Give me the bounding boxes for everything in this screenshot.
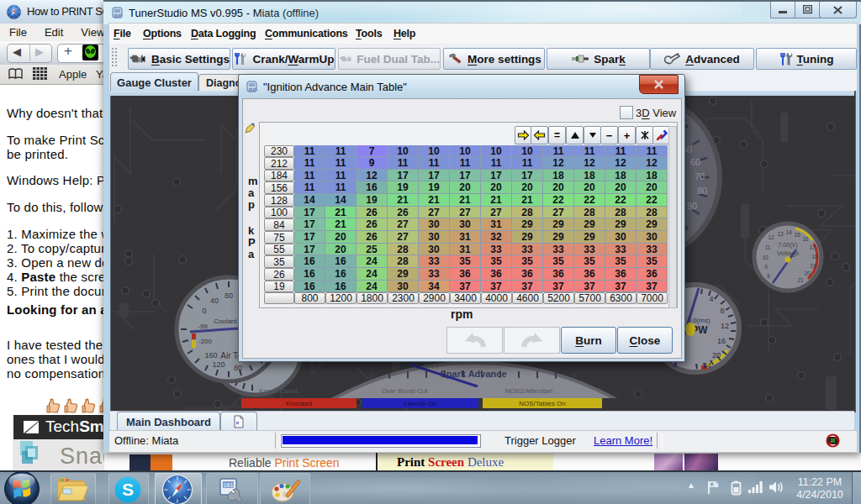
svg-text:21: 21	[797, 277, 804, 283]
svg-text:160: 160	[204, 351, 217, 360]
svg-text:120: 120	[212, 360, 224, 369]
svg-text:80: 80	[224, 291, 233, 300]
svg-text:-99: -99	[198, 323, 208, 330]
svg-text:70: 70	[695, 171, 705, 181]
svg-text:7.00(V): 7.00(V)	[779, 242, 798, 249]
svg-text:50: 50	[547, 363, 557, 372]
svg-text:20: 20	[712, 351, 721, 360]
svg-text:24: 24	[703, 361, 711, 370]
svg-text:Launch On: Launch On	[404, 400, 436, 407]
svg-text:12: 12	[721, 322, 729, 330]
svg-text:17: 17	[809, 244, 816, 250]
svg-text:8: 8	[767, 273, 770, 279]
svg-text:80: 80	[234, 364, 242, 372]
svg-text:60: 60	[690, 157, 700, 167]
svg-text:14: 14	[785, 229, 792, 235]
svg-text:16: 16	[802, 236, 809, 242]
svg-text:10(*): 10(*)	[424, 361, 439, 369]
svg-text:Knock Count: Knock Count	[259, 387, 298, 395]
svg-text:16: 16	[717, 337, 726, 345]
svg-text:90: 90	[687, 201, 697, 211]
svg-text:10: 10	[762, 255, 769, 260]
svg-text:4: 4	[709, 295, 713, 303]
svg-text:-200: -200	[198, 338, 213, 345]
svg-text:101: 101	[224, 483, 234, 489]
svg-text:8: 8	[720, 307, 724, 315]
svg-text:NOS/Tables On: NOS/Tables On	[519, 400, 566, 407]
svg-text:12: 12	[768, 234, 774, 240]
svg-text:80: 80	[697, 186, 707, 196]
svg-text:18: 18	[811, 254, 818, 260]
svg-text:40: 40	[210, 297, 219, 305]
svg-text:NOS2/Afterstart: NOS2/Afterstart	[505, 387, 553, 395]
svg-text:11: 11	[765, 244, 771, 250]
svg-text:9: 9	[764, 264, 768, 270]
svg-text:Over Boost Cut: Over Boost Cut	[382, 387, 428, 395]
svg-text:15: 15	[794, 232, 800, 238]
svg-text:20: 20	[804, 270, 811, 276]
svg-text:Knocked: Knocked	[286, 400, 312, 407]
svg-text:Coolant: Coolant	[214, 318, 237, 325]
svg-text:13: 13	[777, 231, 784, 237]
svg-text:19: 19	[810, 263, 816, 269]
svg-text:0: 0	[202, 307, 206, 315]
